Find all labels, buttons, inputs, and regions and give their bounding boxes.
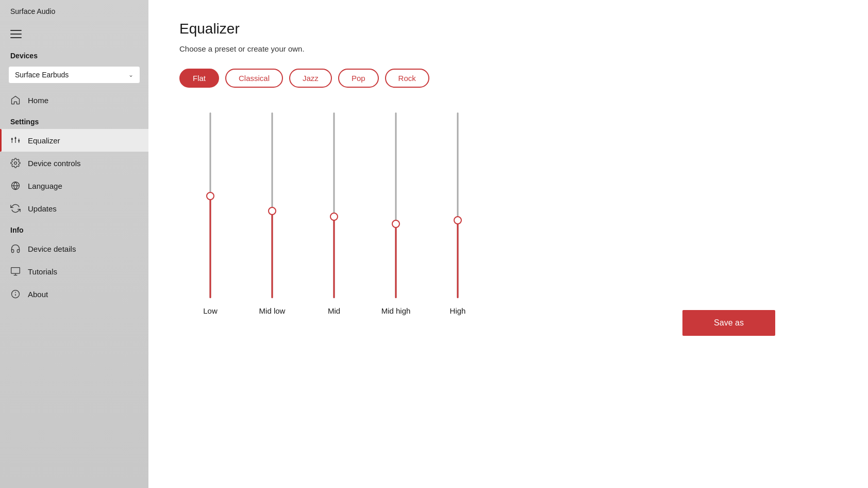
sidebar-item-tutorials[interactable]: Tutorials (0, 260, 148, 283)
slider-high[interactable] (455, 112, 461, 298)
slider-fill (333, 217, 335, 298)
sidebar-item-label: Home (28, 96, 48, 105)
svg-point-5 (18, 140, 20, 141)
preset-buttons: FlatClassicalJazzPopRock (179, 69, 837, 88)
slider-mid[interactable] (331, 112, 337, 298)
info-section-label: Info (0, 220, 148, 237)
tutorials-icon (10, 266, 21, 276)
preset-btn-pop[interactable]: Pop (338, 69, 379, 88)
sidebar-item-equalizer[interactable]: Equalizer (0, 129, 148, 152)
svg-point-3 (11, 138, 13, 140)
sidebar-item-device-details[interactable]: Device details (0, 237, 148, 260)
channel-label: Low (203, 306, 218, 315)
sidebar-item-label: About (28, 290, 48, 299)
page-subtitle: Choose a preset or create your own. (179, 44, 837, 53)
sidebar-item-device-controls[interactable]: Device controls (0, 152, 148, 174)
app-title: Surface Audio (0, 0, 148, 23)
hamburger-icon (10, 30, 22, 38)
sidebar-item-label: Updates (28, 204, 57, 213)
gear-icon (10, 158, 21, 168)
channel-label: Mid (328, 306, 340, 315)
eq-sliders-area: Low Mid low Mid Mid high High (179, 112, 837, 326)
slider-fill (210, 196, 211, 298)
svg-point-6 (14, 162, 17, 165)
sidebar-item-label: Device details (28, 245, 76, 253)
refresh-icon (10, 203, 21, 214)
settings-section-label: Settings (0, 111, 148, 129)
eq-channel-low: Low (179, 112, 241, 315)
slider-thumb[interactable] (330, 213, 338, 221)
eq-channel-high: High (427, 112, 489, 315)
chevron-down-icon: ⌄ (128, 71, 133, 78)
channel-label: High (450, 306, 466, 315)
hamburger-button[interactable] (0, 23, 148, 45)
eq-channel-mid-low: Mid low (241, 112, 303, 315)
svg-rect-8 (11, 268, 20, 274)
slider-low[interactable] (207, 112, 213, 298)
slider-fill (395, 224, 397, 298)
preset-btn-flat[interactable]: Flat (179, 69, 219, 88)
info-circle-icon (10, 289, 21, 299)
main-content: Equalizer Choose a preset or create your… (148, 0, 868, 488)
slider-thumb[interactable] (206, 192, 214, 200)
slider-thumb[interactable] (268, 207, 276, 215)
save-row: Save as (179, 331, 837, 336)
page-title: Equalizer (179, 21, 837, 37)
sidebar-item-language[interactable]: Language (0, 174, 148, 197)
sidebar-item-label: Device controls (28, 159, 81, 168)
svg-point-4 (14, 137, 16, 139)
preset-btn-jazz[interactable]: Jazz (289, 69, 332, 88)
sidebar-item-label: Equalizer (28, 136, 60, 145)
slider-thumb[interactable] (392, 220, 400, 228)
globe-icon (10, 181, 21, 191)
sidebar-item-home[interactable]: Home (0, 89, 148, 111)
headphones-icon (10, 243, 21, 254)
sidebar-item-label: Tutorials (28, 267, 57, 276)
equalizer-icon (10, 135, 21, 145)
sidebar: Surface Audio Devices Surface Earbuds ⌄ … (0, 0, 148, 488)
preset-btn-rock[interactable]: Rock (385, 69, 429, 88)
channel-label: Mid low (259, 306, 286, 315)
slider-fill (272, 211, 273, 298)
equalizer-section: Low Mid low Mid Mid high High Save (179, 112, 837, 336)
device-dropdown[interactable]: Surface Earbuds ⌄ (8, 66, 140, 84)
eq-channel-mid-high: Mid high (365, 112, 427, 315)
slider-mid-high[interactable] (393, 112, 399, 298)
eq-channel-mid: Mid (303, 112, 365, 315)
channel-label: Mid high (381, 306, 411, 315)
home-icon (10, 95, 21, 105)
sidebar-item-label: Language (28, 182, 62, 190)
preset-btn-classical[interactable]: Classical (225, 69, 283, 88)
slider-mid-low[interactable] (269, 112, 275, 298)
device-name: Surface Earbuds (15, 71, 69, 79)
slider-thumb[interactable] (454, 216, 462, 224)
sidebar-item-about[interactable]: About (0, 283, 148, 305)
sidebar-item-updates[interactable]: Updates (0, 197, 148, 220)
devices-section-label: Devices (0, 45, 148, 63)
slider-fill (457, 220, 459, 298)
